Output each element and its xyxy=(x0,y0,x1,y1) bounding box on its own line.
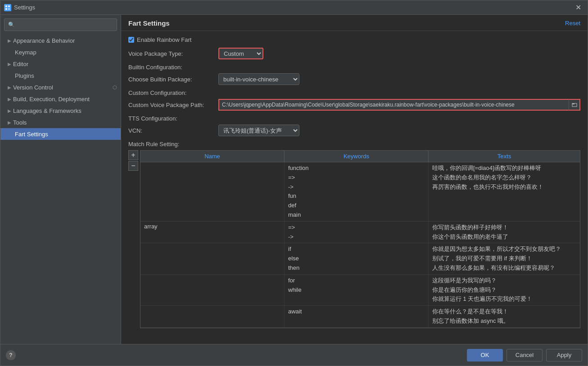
reset-link[interactable]: Reset xyxy=(565,20,580,27)
vcn-label: VCN: xyxy=(128,127,218,134)
cell-texts: 你就是因为想太多如果，所以才交不到女朋友吧？ 别试了，我的可爱不需要用 if 来… xyxy=(429,243,580,274)
table-header: Name Keywords Texts xyxy=(140,151,580,162)
cell-name xyxy=(140,275,285,305)
match-table: Name Keywords Texts function xyxy=(140,150,580,328)
vcn-row: VCN: 讯飞玲姐(普通话)-女声 讯飞小燕(普通话)-女声 xyxy=(128,125,580,136)
expand-arrow-icon: ▶ xyxy=(8,85,11,90)
settings-window: Settings ✕ 🔍 ▶ Appearance & Behavior Key… xyxy=(0,0,588,366)
search-icon: 🔍 xyxy=(8,22,15,28)
voice-package-type-select[interactable]: Custom Builtin xyxy=(218,48,263,59)
sidebar-item-languages[interactable]: ▶ Languages & Frameworks xyxy=(0,105,121,116)
cell-keywords: await xyxy=(285,306,429,327)
panel-title: Fart Settings xyxy=(128,19,170,27)
sidebar-item-label: Languages & Frameworks xyxy=(13,107,81,114)
table-area: + − Name Keywords Texts xyxy=(128,150,580,328)
apply-button[interactable]: Apply xyxy=(546,349,582,362)
cell-texts: 你在等什么？是不是在等我！ 别忘了给函数体加 async 哦。 xyxy=(429,306,580,327)
sidebar-item-keymap[interactable]: Keymap xyxy=(0,46,121,58)
sidebar-item-label: Tools xyxy=(13,119,27,126)
custom-config-section: Custom Configuration: xyxy=(128,89,580,96)
builtin-config-section: Builtin Configuration: xyxy=(128,64,580,71)
cell-texts: 哇哦，你的回调[=diao4]函数写的好棒棒呀 这个函数的命名用我的名字怎么样呀… xyxy=(429,162,580,221)
sidebar-item-version-control[interactable]: ▶ Version Control ⬡ xyxy=(0,81,121,93)
cell-texts: 这段循环是为我写的吗？ 你是在遍历你的鱼塘吗？ 你就算运行 1 天也遍历不完我的… xyxy=(429,275,580,305)
sidebar-item-appearance[interactable]: ▶ Appearance & Behavior xyxy=(0,35,121,46)
sidebar-item-label: Fart Settings xyxy=(15,131,48,138)
table-row[interactable]: if else then 你就是因为想太多如果，所以才交不到女朋友吧？ xyxy=(140,243,580,274)
window-title: Settings xyxy=(14,4,573,11)
table-controls: + − xyxy=(128,150,138,328)
sidebar-item-fart-settings[interactable]: Fart Settings xyxy=(0,128,121,140)
cell-keywords: => -> xyxy=(285,222,429,243)
expand-arrow-icon: ▶ xyxy=(8,62,11,67)
remove-row-button[interactable]: − xyxy=(128,161,138,171)
svg-rect-1 xyxy=(8,5,10,7)
sidebar-item-plugins[interactable]: Plugins xyxy=(0,70,121,81)
cell-texts: 你写箭头函数的样子好帅呀！ 你这个箭头函数用的老牛逼了 xyxy=(429,222,580,243)
builtin-package-select[interactable]: built-in-voice-chinese built-in-voice-en… xyxy=(218,73,299,85)
cancel-button[interactable]: Cancel xyxy=(507,349,543,362)
expand-arrow-icon: ▶ xyxy=(8,120,11,125)
enable-rainbow-fart-row: Enable Rainbow Fart xyxy=(128,36,580,43)
expand-arrow-icon: ▶ xyxy=(8,38,11,43)
custom-voice-path-input[interactable] xyxy=(218,99,569,111)
search-input[interactable] xyxy=(17,22,113,28)
sidebar-item-build[interactable]: ▶ Build, Execution, Deployment xyxy=(0,93,121,105)
expand-arrow-icon: ▶ xyxy=(8,108,11,113)
sidebar-item-label: Appearance & Behavior xyxy=(13,37,75,44)
table-row[interactable]: await 你在等什么？是不是在等我！ 别忘了给函数体加 async 哦。 xyxy=(140,306,580,328)
panel-header: Fart Settings Reset xyxy=(121,15,588,31)
sidebar-item-label: Build, Execution, Deployment xyxy=(13,96,90,103)
help-button[interactable]: ? xyxy=(6,350,16,360)
sidebar-item-label: Editor xyxy=(13,61,28,67)
bottom-bar: ? OK Cancel Apply xyxy=(0,344,588,366)
cell-keywords: for while xyxy=(285,275,429,305)
table-row[interactable]: array => -> 你写箭头函数的样子好帅呀！ xyxy=(140,222,580,244)
close-button[interactable]: ✕ xyxy=(573,2,584,13)
cell-name xyxy=(140,306,285,327)
vcn-select[interactable]: 讯飞玲姐(普通话)-女声 讯飞小燕(普通话)-女声 xyxy=(218,125,299,136)
main-content: 🔍 ▶ Appearance & Behavior Keymap ▶ Edito… xyxy=(0,15,588,344)
sidebar-item-tools[interactable]: ▶ Tools xyxy=(0,116,121,128)
svg-rect-2 xyxy=(5,8,7,10)
choose-builtin-row: Choose Builtin Package: built-in-voice-c… xyxy=(128,73,580,85)
cell-keywords: function => -> fun def main xyxy=(285,162,429,221)
path-input-container xyxy=(218,99,580,111)
search-box[interactable]: 🔍 xyxy=(4,18,117,31)
bottom-left: ? xyxy=(6,350,16,360)
right-panel: Fart Settings Reset Enable Rainbow Fart … xyxy=(121,15,588,344)
cell-keywords: if else then xyxy=(285,243,429,274)
title-bar: Settings ✕ xyxy=(0,0,588,15)
table-row[interactable]: function => -> fun def main xyxy=(140,162,580,222)
add-row-button[interactable]: + xyxy=(128,150,138,160)
col-name: Name xyxy=(140,151,285,162)
custom-voice-path-row: Custom Voice Package Path: xyxy=(128,99,580,111)
match-rule-section: Match Rule Setting: xyxy=(128,141,580,147)
choose-builtin-label: Choose Builtin Package: xyxy=(128,76,218,83)
cell-name xyxy=(140,243,285,274)
app-icon xyxy=(4,4,11,11)
sidebar-item-editor[interactable]: ▶ Editor xyxy=(0,58,121,70)
sidebar-item-label: Keymap xyxy=(15,49,36,56)
bottom-right: OK Cancel Apply xyxy=(467,349,582,362)
table-body: function => -> fun def main xyxy=(140,162,580,328)
cell-name: array xyxy=(140,222,285,243)
table-row[interactable]: for while 这段循环是为我写的吗？ 你是在遍历你的鱼塘吗？ 你就算运行 … xyxy=(140,275,580,306)
voice-package-type-row: Voice Package Type: Custom Builtin xyxy=(128,48,580,59)
col-texts: Texts xyxy=(429,151,580,162)
sidebar-item-label: Version Control xyxy=(13,84,53,91)
svg-rect-3 xyxy=(8,8,10,10)
voice-package-type-label: Voice Package Type: xyxy=(128,50,218,57)
custom-voice-path-label: Custom Voice Package Path: xyxy=(128,102,218,108)
cell-name xyxy=(140,162,285,221)
expand-arrow-icon: ▶ xyxy=(8,97,11,102)
ok-button[interactable]: OK xyxy=(467,349,503,362)
enable-rainbow-fart-label: Enable Rainbow Fart xyxy=(137,36,191,43)
sidebar-item-label: Plugins xyxy=(15,72,34,79)
enable-rainbow-fart-checkbox[interactable] xyxy=(128,37,134,43)
panel-body: Enable Rainbow Fart Voice Package Type: … xyxy=(121,31,588,344)
sidebar: 🔍 ▶ Appearance & Behavior Keymap ▶ Edito… xyxy=(0,15,121,344)
tts-config-section: TTS Configuration: xyxy=(128,115,580,122)
path-browse-button[interactable] xyxy=(569,99,580,111)
col-keywords: Keywords xyxy=(285,151,429,162)
